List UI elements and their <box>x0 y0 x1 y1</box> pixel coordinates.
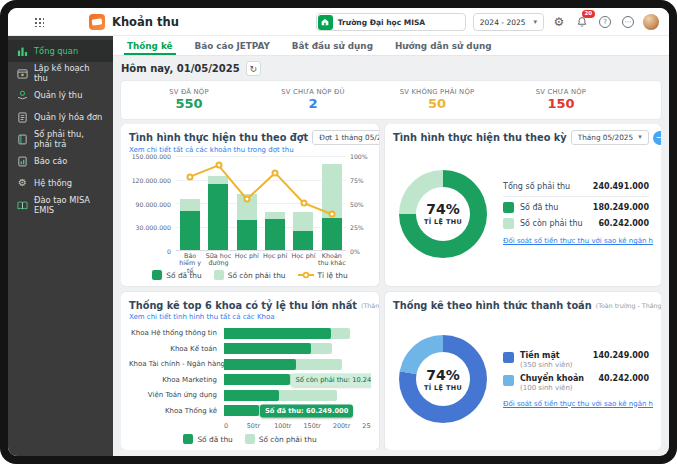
khoan-thu-app-icon <box>89 14 105 30</box>
notifications-button[interactable]: 20 <box>574 14 590 30</box>
sidebar: Tổng quanLập kế hoạch thuQuản lý thuQuản… <box>8 36 113 456</box>
khoa-label: Khoa Marketing <box>129 376 224 384</box>
gear-icon: ⚙ <box>17 178 28 189</box>
legend-swatch <box>503 375 514 386</box>
bar-track <box>224 390 371 401</box>
sidebar-item-label: Sổ phải thu, phải trả <box>34 129 104 149</box>
refresh-button[interactable]: ↻ <box>246 61 261 76</box>
refresh-icon: ↻ <box>249 64 257 74</box>
user-avatar[interactable] <box>643 14 659 30</box>
sidebar-item-2[interactable]: Lập kế hoạch thu <box>8 62 113 84</box>
tab-2[interactable]: Báo cáo JETPAY <box>184 36 281 55</box>
legend-label: Số đã thu <box>197 435 232 444</box>
panel-top-khoa: Thống kê top 6 khoa có tỷ lệ thu lớn nhấ… <box>121 292 379 450</box>
reconcile-link[interactable]: Đối soát số tiền thực thu với sao kê ngâ… <box>503 400 649 408</box>
sidebar-item-1[interactable]: Tổng quan <box>8 40 113 62</box>
app-window: Khoản thu Trường Đại học MISA 2024 - 202… <box>8 8 669 456</box>
stacked-bar-line-chart: 150.000.000120.000.00090.000.00030.000.0… <box>129 156 371 268</box>
student-payment-stats-card: SV ĐÃ NỘP550SV CHƯA NỘP ĐỦ2SV KHÔNG PHẢI… <box>121 81 661 119</box>
sidebar-item-label: Lập kế hoạch thu <box>34 63 104 83</box>
stat-label: SV ĐÃ NỘP <box>127 88 251 96</box>
school-selector[interactable]: Trường Đại học MISA <box>316 13 466 31</box>
gear-icon: ⚙ <box>554 16 565 28</box>
ellipsis-icon: ⋯ <box>622 16 634 28</box>
help-button[interactable]: ? <box>597 14 613 30</box>
khoa-row: Khoa Thống kêSố đã thu: 60.249.000 <box>129 405 371 416</box>
sidebar-item-5[interactable]: Sổ phải thu, phải trả <box>8 128 113 150</box>
panel2-title: Tình hình thực hiện thu theo kỳ <box>393 132 567 143</box>
more-button[interactable]: ⋯ <box>620 14 636 30</box>
line-swatch <box>298 271 314 279</box>
tab-1[interactable]: Thống kê <box>116 36 184 55</box>
payment-method-count: (100 sinh viên) <box>520 384 584 392</box>
stat-value: 50 <box>375 97 499 111</box>
panel2-go-button[interactable]: → <box>653 131 661 145</box>
panel-thu-theo-dot: Tình hình thực hiện thu theo đợt Đợt 1 t… <box>121 124 379 286</box>
panel3-title: Thống kê top 6 khoa có tỷ lệ thu lớn nhấ… <box>129 300 357 311</box>
panel-hinh-thuc-thanh-toan: Thống kê theo hình thức thanh toán (Toàn… <box>385 292 661 450</box>
bar-track <box>224 328 371 339</box>
ky-thu-dropdown[interactable]: Tháng 05/2025 ▾ <box>571 130 649 145</box>
payment-method-value: 140.249.000 <box>593 351 649 360</box>
sidebar-item-3[interactable]: Quản lý thu <box>8 84 113 106</box>
sidebar-item-label: Đào tạo MISA EMIS <box>34 195 104 215</box>
category-label: Học phí <box>233 251 261 268</box>
tab-3[interactable]: Bắt đầu sử dụng <box>281 36 384 55</box>
x-axis-labels: 050tr100tr150tr200tr250tr <box>224 421 371 432</box>
x-tick: 150tr <box>304 422 321 430</box>
legend-label: Tỉ lệ thu <box>318 271 348 280</box>
dot-thu-dropdown[interactable]: Đợt 1 tháng 05/2025 ▾ <box>312 130 379 145</box>
arrow-right-icon: → <box>656 133 661 142</box>
category-label: Học phí <box>289 251 317 268</box>
legend-row: Số đã thu180.249.000 <box>503 202 649 213</box>
y-tick: 120.000.000 <box>132 176 171 183</box>
khoa-row: Viện Toán ứng dụng <box>129 390 371 401</box>
stat-label: SV CHƯA NỘP ĐỦ <box>251 88 375 96</box>
topbar-right: Trường Đại học MISA 2024 - 2025 ▾ ⚙ 20 ?… <box>316 8 659 36</box>
app-grid-menu-icon[interactable] <box>34 17 44 27</box>
collected-bar <box>224 390 279 401</box>
total-receivable-row: Tổng số phải thu240.491.000 <box>503 182 649 197</box>
help-icon: ? <box>599 16 611 28</box>
sidebar-item-7[interactable]: ⚙Hệ thống <box>8 172 113 194</box>
sidebar-item-8[interactable]: Đào tạo MISA EMIS <box>8 194 113 216</box>
legend-label: Số đã thu <box>520 203 558 212</box>
tab-4[interactable]: Hướng dẫn sử dụng <box>384 36 503 55</box>
sidebar-item-4[interactable]: Quản lý hóa đơn <box>8 106 113 128</box>
invoice-icon <box>17 112 28 123</box>
date-row: Hôm nay, 01/05/2025 ↻ <box>121 61 661 76</box>
collected-bar <box>224 374 290 385</box>
payment-method-info: Chuyển khoản(100 sinh viên) <box>520 374 584 392</box>
khoa-label: Khoa Tài chính - Ngân hàng <box>129 360 224 368</box>
khoa-row: Khoa Hệ thống thông tin <box>129 328 371 339</box>
legend-item: Số còn phải thu <box>214 270 286 280</box>
settings-button[interactable]: ⚙ <box>551 14 567 30</box>
rate-point <box>328 211 335 218</box>
donut2-label: TỈ LỆ THU <box>424 384 462 392</box>
donut1-percent: 74% <box>426 201 460 217</box>
donut2-percent: 74% <box>426 367 460 383</box>
x-tick: 200tr <box>333 422 350 430</box>
category-label: Sữa học đường <box>204 251 232 268</box>
app-title: Khoản thu <box>112 15 179 29</box>
body-row: Tổng quanLập kế hoạch thuQuản lý thuQuản… <box>8 36 669 456</box>
report-icon <box>17 156 28 167</box>
panel3-detail-link[interactable]: Xem chi tiết tình hình thu tất cả các Kh… <box>129 313 371 321</box>
reconcile-link[interactable]: Đối soát số tiền thực thu với sao kê ngâ… <box>503 237 649 245</box>
stat-label: SV KHÔNG PHẢI NỘP <box>375 88 499 96</box>
sidebar-item-6[interactable]: Báo cáo <box>8 150 113 172</box>
payment-method-row: Chuyển khoản(100 sinh viên)40.242.000 <box>503 374 649 392</box>
chart-plot-area <box>176 156 346 251</box>
bar-track: Số đã thu: 60.249.000 <box>224 405 371 416</box>
chart3-legend: Số đã thuSố còn phải thu <box>129 432 371 446</box>
school-year-dropdown[interactable]: 2024 - 2025 ▾ <box>473 13 544 31</box>
x-tick: 250tr <box>362 422 371 430</box>
legend-label: Số còn phải thu <box>228 271 286 280</box>
sidebar-item-label: Báo cáo <box>34 156 67 166</box>
legend-label: Số đã thu <box>166 271 201 280</box>
ledger-icon <box>17 134 28 145</box>
payment-method-donut: 74% TỈ LỆ THU <box>399 335 487 423</box>
bar-track <box>224 359 371 370</box>
notification-badge: 20 <box>582 10 595 18</box>
bar-track <box>224 343 371 354</box>
